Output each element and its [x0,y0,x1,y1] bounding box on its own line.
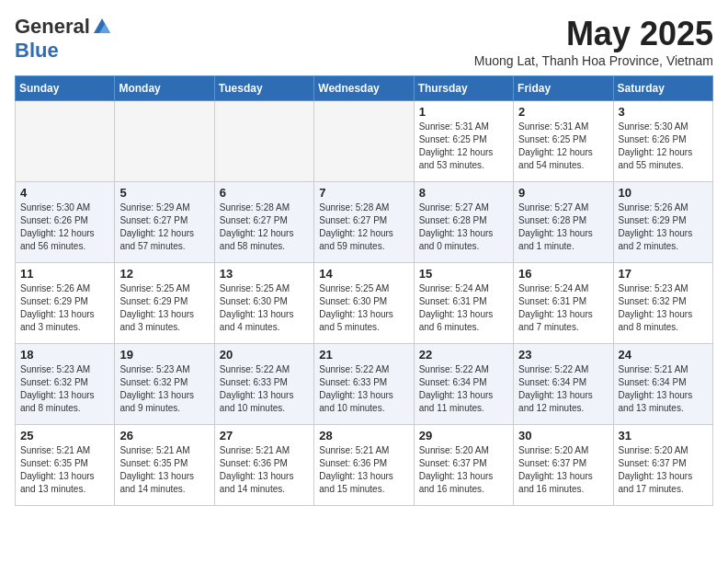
day-number: 22 [419,348,508,362]
calendar-cell: 20Sunrise: 5:22 AM Sunset: 6:33 PM Dayli… [214,344,313,425]
day-info: Sunrise: 5:24 AM Sunset: 6:31 PM Dayligh… [518,282,608,334]
day-info: Sunrise: 5:30 AM Sunset: 6:26 PM Dayligh… [619,121,708,172]
calendar-cell: 27Sunrise: 5:21 AM Sunset: 6:36 PM Dayli… [214,425,313,506]
calendar-week-row: 18Sunrise: 5:23 AM Sunset: 6:32 PM Dayli… [16,344,713,425]
day-number: 27 [220,429,309,442]
day-info: Sunrise: 5:31 AM Sunset: 6:25 PM Dayligh… [518,121,608,172]
day-info: Sunrise: 5:22 AM Sunset: 6:34 PM Dayligh… [518,363,608,415]
weekday-header-row: SundayMondayTuesdayWednesdayThursdayFrid… [16,76,713,101]
weekday-header-tuesday: Tuesday [214,76,313,101]
calendar-cell: 7Sunrise: 5:28 AM Sunset: 6:27 PM Daylig… [314,182,414,263]
calendar-cell: 8Sunrise: 5:27 AM Sunset: 6:28 PM Daylig… [414,182,513,263]
calendar-cell: 25Sunrise: 5:21 AM Sunset: 6:35 PM Dayli… [16,425,115,506]
day-number: 9 [518,186,608,200]
title-block: May 2025 Muong Lat, Thanh Hoa Province, … [474,15,713,68]
day-number: 29 [419,429,508,442]
day-number: 4 [20,186,109,200]
day-info: Sunrise: 5:28 AM Sunset: 6:27 PM Dayligh… [220,201,309,253]
day-number: 31 [619,429,708,442]
calendar-cell: 16Sunrise: 5:24 AM Sunset: 6:31 PM Dayli… [514,263,613,344]
day-number: 13 [220,267,309,281]
day-number: 10 [619,186,708,200]
day-number: 6 [220,186,309,200]
calendar-cell: 28Sunrise: 5:21 AM Sunset: 6:36 PM Dayli… [314,425,414,506]
day-number: 14 [319,267,408,281]
day-info: Sunrise: 5:26 AM Sunset: 6:29 PM Dayligh… [619,201,708,253]
day-info: Sunrise: 5:23 AM Sunset: 6:32 PM Dayligh… [619,282,708,334]
day-number: 26 [119,429,209,442]
day-number: 16 [518,267,608,281]
day-info: Sunrise: 5:22 AM Sunset: 6:34 PM Dayligh… [419,363,508,415]
day-info: Sunrise: 5:21 AM Sunset: 6:34 PM Dayligh… [619,363,708,415]
calendar-cell: 3Sunrise: 5:30 AM Sunset: 6:26 PM Daylig… [613,101,712,182]
logo-icon [92,17,112,37]
day-number: 1 [419,105,508,119]
day-info: Sunrise: 5:21 AM Sunset: 6:35 PM Dayligh… [119,444,209,496]
weekday-header-sunday: Sunday [16,76,115,101]
day-info: Sunrise: 5:20 AM Sunset: 6:37 PM Dayligh… [518,444,608,496]
calendar-cell: 12Sunrise: 5:25 AM Sunset: 6:29 PM Dayli… [115,263,214,344]
calendar-week-row: 1Sunrise: 5:31 AM Sunset: 6:25 PM Daylig… [16,101,713,182]
weekday-header-thursday: Thursday [414,76,513,101]
day-number: 30 [518,429,608,442]
day-info: Sunrise: 5:25 AM Sunset: 6:30 PM Dayligh… [319,282,408,334]
weekday-header-wednesday: Wednesday [314,76,414,101]
day-number: 11 [20,267,109,281]
calendar-cell: 11Sunrise: 5:26 AM Sunset: 6:29 PM Dayli… [16,263,115,344]
day-number: 7 [319,186,408,200]
day-info: Sunrise: 5:27 AM Sunset: 6:28 PM Dayligh… [419,201,508,253]
day-number: 17 [619,267,708,281]
calendar-cell: 1Sunrise: 5:31 AM Sunset: 6:25 PM Daylig… [414,101,513,182]
day-number: 15 [419,267,508,281]
logo: General Blue [15,15,112,63]
calendar-cell: 15Sunrise: 5:24 AM Sunset: 6:31 PM Dayli… [414,263,513,344]
day-number: 20 [220,348,309,362]
day-number: 23 [518,348,608,362]
calendar-cell: 10Sunrise: 5:26 AM Sunset: 6:29 PM Dayli… [613,182,712,263]
calendar-cell [16,101,115,182]
day-info: Sunrise: 5:29 AM Sunset: 6:27 PM Dayligh… [119,201,209,253]
calendar-cell: 30Sunrise: 5:20 AM Sunset: 6:37 PM Dayli… [514,425,613,506]
weekday-header-saturday: Saturday [613,76,712,101]
calendar-cell: 29Sunrise: 5:20 AM Sunset: 6:37 PM Dayli… [414,425,513,506]
day-number: 12 [119,267,209,281]
day-number: 5 [119,186,209,200]
day-info: Sunrise: 5:30 AM Sunset: 6:26 PM Dayligh… [20,201,109,253]
page-header: General Blue May 2025 Muong Lat, Thanh H… [15,15,713,68]
day-info: Sunrise: 5:26 AM Sunset: 6:29 PM Dayligh… [20,282,109,334]
calendar-cell: 6Sunrise: 5:28 AM Sunset: 6:27 PM Daylig… [214,182,313,263]
calendar-cell: 5Sunrise: 5:29 AM Sunset: 6:27 PM Daylig… [115,182,214,263]
day-number: 2 [518,105,608,119]
day-number: 8 [419,186,508,200]
calendar-week-row: 4Sunrise: 5:30 AM Sunset: 6:26 PM Daylig… [16,182,713,263]
calendar-cell: 26Sunrise: 5:21 AM Sunset: 6:35 PM Dayli… [115,425,214,506]
day-info: Sunrise: 5:24 AM Sunset: 6:31 PM Dayligh… [419,282,508,334]
calendar-cell: 14Sunrise: 5:25 AM Sunset: 6:30 PM Dayli… [314,263,414,344]
location-title: Muong Lat, Thanh Hoa Province, Vietnam [474,53,713,68]
calendar-cell: 2Sunrise: 5:31 AM Sunset: 6:25 PM Daylig… [514,101,613,182]
day-info: Sunrise: 5:28 AM Sunset: 6:27 PM Dayligh… [319,201,408,253]
day-number: 19 [119,348,209,362]
day-info: Sunrise: 5:23 AM Sunset: 6:32 PM Dayligh… [20,363,109,415]
day-info: Sunrise: 5:21 AM Sunset: 6:35 PM Dayligh… [20,444,109,496]
calendar-cell: 19Sunrise: 5:23 AM Sunset: 6:32 PM Dayli… [115,344,214,425]
calendar-cell: 13Sunrise: 5:25 AM Sunset: 6:30 PM Dayli… [214,263,313,344]
day-info: Sunrise: 5:25 AM Sunset: 6:30 PM Dayligh… [220,282,309,334]
day-info: Sunrise: 5:27 AM Sunset: 6:28 PM Dayligh… [518,201,608,253]
logo-blue-text: Blue [15,39,59,63]
day-info: Sunrise: 5:21 AM Sunset: 6:36 PM Dayligh… [319,444,408,496]
day-info: Sunrise: 5:20 AM Sunset: 6:37 PM Dayligh… [619,444,708,496]
day-info: Sunrise: 5:25 AM Sunset: 6:29 PM Dayligh… [119,282,209,334]
month-title: May 2025 [474,15,713,53]
calendar-cell [314,101,414,182]
calendar-cell: 18Sunrise: 5:23 AM Sunset: 6:32 PM Dayli… [16,344,115,425]
day-info: Sunrise: 5:21 AM Sunset: 6:36 PM Dayligh… [220,444,309,496]
calendar-table: SundayMondayTuesdayWednesdayThursdayFrid… [15,75,713,506]
calendar-cell: 9Sunrise: 5:27 AM Sunset: 6:28 PM Daylig… [514,182,613,263]
day-number: 25 [20,429,109,442]
calendar-week-row: 11Sunrise: 5:26 AM Sunset: 6:29 PM Dayli… [16,263,713,344]
weekday-header-monday: Monday [115,76,214,101]
calendar-cell [115,101,214,182]
day-number: 21 [319,348,408,362]
calendar-cell: 4Sunrise: 5:30 AM Sunset: 6:26 PM Daylig… [16,182,115,263]
